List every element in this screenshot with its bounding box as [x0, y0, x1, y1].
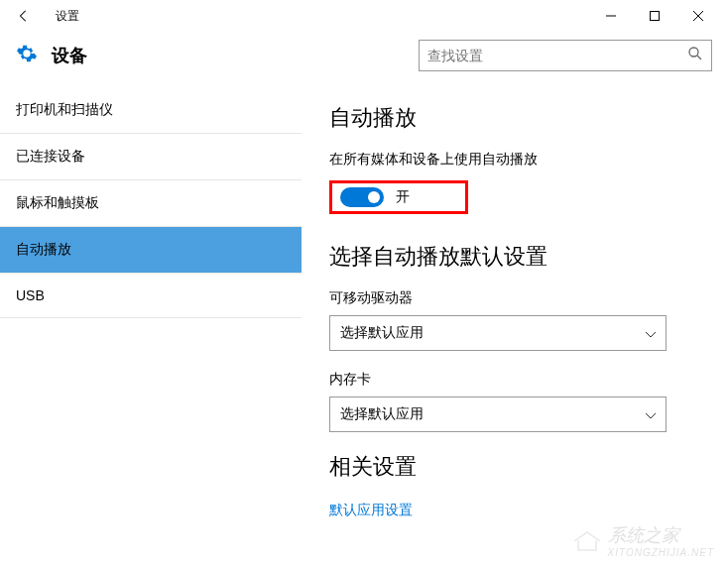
window-title: 设置: [56, 8, 79, 25]
memory-dropdown[interactable]: 选择默认应用: [329, 396, 667, 432]
chevron-down-icon: [646, 325, 656, 341]
autoplay-heading: 自动播放: [329, 103, 700, 133]
sidebar-item-autoplay[interactable]: 自动播放: [0, 227, 302, 274]
removable-value: 选择默认应用: [340, 324, 424, 342]
page-title: 设备: [52, 44, 87, 67]
autoplay-toggle[interactable]: [340, 187, 384, 207]
toggle-state-label: 开: [396, 188, 410, 206]
toggle-knob: [368, 191, 380, 203]
back-button[interactable]: [8, 0, 40, 32]
autoplay-toggle-highlight: 开: [329, 180, 468, 214]
removable-dropdown[interactable]: 选择默认应用: [329, 315, 667, 351]
close-button[interactable]: [676, 1, 720, 31]
maximize-button[interactable]: [633, 1, 676, 31]
sidebar-item-mouse[interactable]: 鼠标和触摸板: [0, 180, 302, 227]
gear-icon: [16, 43, 38, 68]
memory-value: 选择默认应用: [340, 405, 424, 423]
defaults-heading: 选择自动播放默认设置: [329, 242, 700, 272]
sidebar-item-usb[interactable]: USB: [0, 274, 302, 318]
chevron-down-icon: [646, 406, 656, 422]
main-panel: 自动播放 在所有媒体和设备上使用自动播放 开 选择自动播放默认设置 可移动驱动器…: [302, 87, 728, 566]
sidebar-item-printers[interactable]: 打印机和扫描仪: [0, 87, 302, 134]
memory-label: 内存卡: [329, 371, 700, 389]
sidebar-item-connected[interactable]: 已连接设备: [0, 134, 302, 180]
search-input[interactable]: [427, 48, 687, 63]
svg-line-5: [697, 56, 701, 59]
search-icon: [687, 46, 703, 65]
search-box[interactable]: [419, 40, 712, 71]
svg-rect-1: [651, 12, 660, 21]
minimize-button[interactable]: [589, 1, 633, 31]
removable-label: 可移动驱动器: [329, 289, 700, 307]
related-heading: 相关设置: [329, 452, 700, 482]
svg-point-4: [689, 48, 698, 57]
autoplay-subtitle: 在所有媒体和设备上使用自动播放: [329, 151, 700, 169]
sidebar: 打印机和扫描仪 已连接设备 鼠标和触摸板 自动播放 USB: [0, 87, 302, 566]
default-apps-link[interactable]: 默认应用设置: [329, 502, 413, 519]
